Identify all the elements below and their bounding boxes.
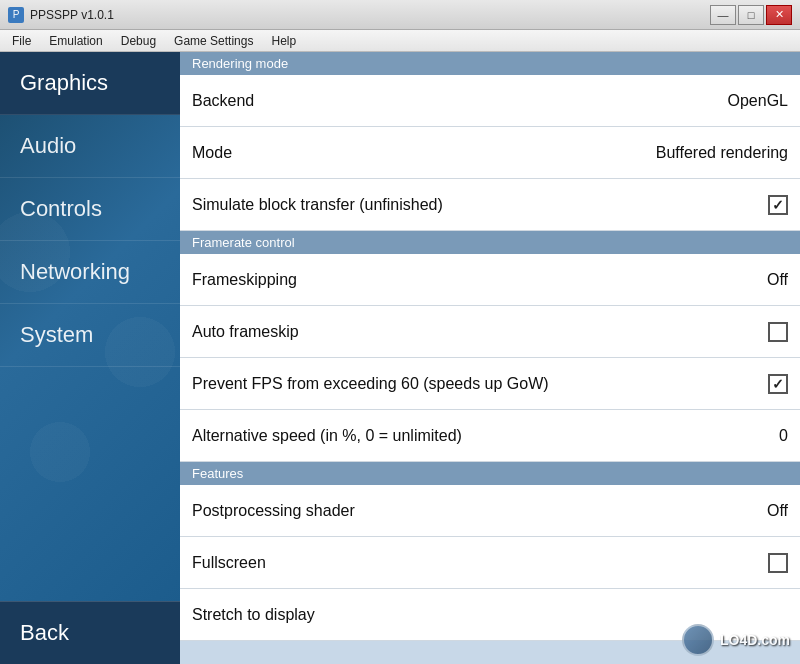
- app-icon: P: [8, 7, 24, 23]
- content-area: Rendering mode Backend OpenGL Mode Buffe…: [180, 52, 800, 664]
- sidebar-item-system[interactable]: System: [0, 304, 180, 367]
- setting-auto-frameskip[interactable]: Auto frameskip: [180, 306, 800, 358]
- sidebar: Graphics Audio Controls Networking Syste…: [0, 52, 180, 664]
- section-header-framerate: Framerate control: [180, 231, 800, 254]
- main-content: Graphics Audio Controls Networking Syste…: [0, 52, 800, 664]
- menu-emulation[interactable]: Emulation: [41, 30, 110, 51]
- maximize-button[interactable]: □: [738, 5, 764, 25]
- sidebar-item-graphics[interactable]: Graphics: [0, 52, 180, 115]
- menu-game-settings[interactable]: Game Settings: [166, 30, 261, 51]
- sidebar-item-audio[interactable]: Audio: [0, 115, 180, 178]
- setting-backend[interactable]: Backend OpenGL: [180, 75, 800, 127]
- watermark-text: LO4D.com: [720, 632, 790, 648]
- section-header-features: Features: [180, 462, 800, 485]
- setting-frameskipping[interactable]: Frameskipping Off: [180, 254, 800, 306]
- setting-postprocessing-shader[interactable]: Postprocessing shader Off: [180, 485, 800, 537]
- window-title: PPSSPP v1.0.1: [30, 8, 114, 22]
- watermark-logo: [682, 624, 714, 656]
- sidebar-item-networking[interactable]: Networking: [0, 241, 180, 304]
- setting-prevent-fps[interactable]: Prevent FPS from exceeding 60 (speeds up…: [180, 358, 800, 410]
- fullscreen-checkbox[interactable]: [768, 553, 788, 573]
- minimize-button[interactable]: —: [710, 5, 736, 25]
- menu-help[interactable]: Help: [263, 30, 304, 51]
- watermark: LO4D.com: [682, 624, 790, 656]
- sidebar-nav: Graphics Audio Controls Networking Syste…: [0, 52, 180, 601]
- sidebar-item-controls[interactable]: Controls: [0, 178, 180, 241]
- close-button[interactable]: ✕: [766, 5, 792, 25]
- setting-fullscreen[interactable]: Fullscreen: [180, 537, 800, 589]
- simulate-block-transfer-checkbox[interactable]: [768, 195, 788, 215]
- setting-alternative-speed[interactable]: Alternative speed (in %, 0 = unlimited) …: [180, 410, 800, 462]
- setting-mode[interactable]: Mode Buffered rendering: [180, 127, 800, 179]
- title-bar-left: P PPSSPP v1.0.1: [8, 7, 114, 23]
- title-bar: P PPSSPP v1.0.1 — □ ✕: [0, 0, 800, 30]
- setting-simulate-block-transfer[interactable]: Simulate block transfer (unfinished): [180, 179, 800, 231]
- menu-file[interactable]: File: [4, 30, 39, 51]
- auto-frameskip-checkbox[interactable]: [768, 322, 788, 342]
- menu-bar: File Emulation Debug Game Settings Help: [0, 30, 800, 52]
- section-header-rendering: Rendering mode: [180, 52, 800, 75]
- prevent-fps-checkbox[interactable]: [768, 374, 788, 394]
- title-bar-buttons: — □ ✕: [710, 5, 792, 25]
- menu-debug[interactable]: Debug: [113, 30, 164, 51]
- back-button[interactable]: Back: [0, 601, 180, 664]
